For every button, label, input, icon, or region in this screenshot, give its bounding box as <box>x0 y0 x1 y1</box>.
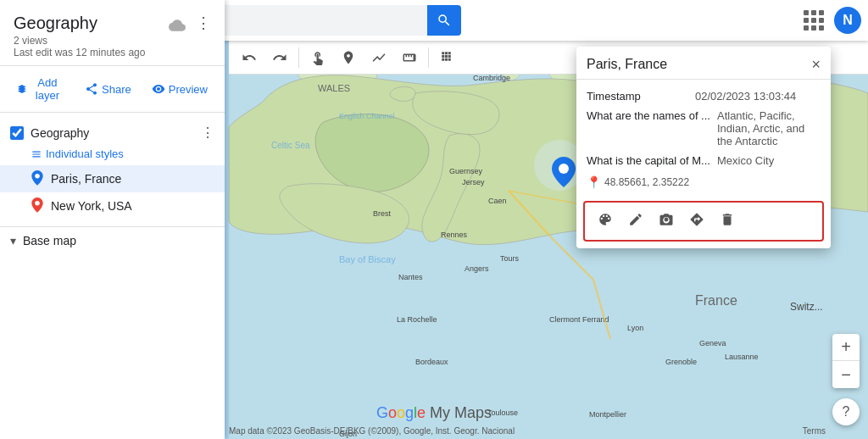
sidebar-title: Geography <box>14 14 145 33</box>
add-layer-label: Add layer <box>31 76 64 102</box>
svg-text:Lausanne: Lausanne <box>725 353 759 361</box>
sidebar: Geography 2 views Last edit was 12 minut… <box>0 0 225 439</box>
svg-text:Rennes: Rennes <box>441 231 468 239</box>
layers-section: Geography ⋮ Individual styles Paris, Fra… <box>0 113 225 226</box>
expand-icon: ▾ <box>10 234 16 247</box>
popup-delete-button[interactable] <box>714 206 741 233</box>
svg-text:WALES: WALES <box>318 83 350 93</box>
svg-text:Bordeaux: Bordeaux <box>415 358 448 366</box>
svg-text:Cambridge: Cambridge <box>473 74 510 82</box>
marker-button[interactable] <box>335 44 362 71</box>
layer-checkbox[interactable] <box>10 126 24 140</box>
popup-style-button[interactable] <box>592 206 619 233</box>
svg-text:Grenoble: Grenoble <box>665 358 697 366</box>
svg-text:Jersey: Jersey <box>462 178 485 186</box>
popup-label-timestamp: Timestamp <box>587 90 688 103</box>
location-item-paris[interactable]: Paris, France <box>0 165 225 192</box>
popup-header: Paris, France × <box>576 47 831 80</box>
popup-directions-button[interactable] <box>683 206 710 233</box>
grid-button[interactable] <box>434 44 461 71</box>
svg-text:France: France <box>695 293 737 308</box>
popup-label-capital: What is the capital of M... <box>587 154 710 167</box>
popup-value-capital: Mexico City <box>717 154 774 167</box>
svg-text:Angers: Angers <box>465 264 489 273</box>
popup-coordinates: 48.85661, 2.35222 <box>604 176 689 188</box>
map-data-attribution: Map data ©2023 GeoBasis-DE/BKG (©2009), … <box>229 426 515 436</box>
svg-text:Montpellier: Montpellier <box>589 410 626 419</box>
hand-tool-button[interactable] <box>304 44 331 71</box>
location-paris-name: Paris, France <box>51 172 121 186</box>
popup-coords: 📍 48.85661, 2.35222 <box>587 170 821 194</box>
svg-text:Toulouse: Toulouse <box>487 408 518 417</box>
location-item-newyork[interactable]: New York, USA <box>0 192 225 220</box>
svg-text:Guernsey: Guernsey <box>449 167 483 175</box>
svg-text:Bay of Biscay: Bay of Biscay <box>339 254 396 264</box>
svg-text:La Rochelle: La Rochelle <box>397 315 437 324</box>
svg-text:English Channel: English Channel <box>339 112 395 120</box>
base-map-header[interactable]: ▾ Base map <box>10 234 214 247</box>
zoom-controls: + − <box>832 334 860 388</box>
terms-link[interactable]: Terms <box>803 426 826 436</box>
preview-button[interactable]: Preview <box>145 79 214 99</box>
popup-edit-button[interactable] <box>622 206 649 233</box>
svg-point-44 <box>35 174 40 179</box>
location-newyork-name: New York, USA <box>51 199 132 213</box>
separator-2 <box>428 47 429 68</box>
svg-text:Lyon: Lyon <box>627 324 643 332</box>
share-label: Share <box>102 83 131 96</box>
svg-point-45 <box>35 201 40 206</box>
layer-header: Geography ⋮ <box>0 119 225 146</box>
redo-button[interactable] <box>266 44 293 71</box>
undo-button[interactable] <box>236 44 263 71</box>
popup-content: Timestamp 02/02/2023 13:03:44 What are t… <box>576 80 831 201</box>
popup-close-button[interactable]: × <box>811 57 821 72</box>
popup-value-oceans: Atlantic, Pacific, Indian, Arctic, and t… <box>717 109 821 147</box>
svg-text:Celtic Sea: Celtic Sea <box>271 141 310 150</box>
sidebar-views: 2 views <box>14 35 47 47</box>
paris-pin[interactable] <box>552 157 576 193</box>
zoom-out-button[interactable]: − <box>832 361 860 388</box>
add-layer-button[interactable]: Add layer <box>10 73 71 105</box>
base-map-label: Base map <box>23 234 76 247</box>
popup-label-oceans: What are the names of ... <box>587 109 710 147</box>
info-popup: Paris, France × Timestamp 02/02/2023 13:… <box>576 47 831 248</box>
popup-title: Paris, France <box>587 57 667 72</box>
help-button[interactable]: ? <box>832 398 860 425</box>
sidebar-actions: Add layer Share Preview <box>0 66 225 113</box>
layer-more-button[interactable]: ⋮ <box>201 125 214 141</box>
preview-label: Preview <box>169 83 208 96</box>
popup-actions <box>583 201 824 242</box>
popup-value-timestamp: 02/02/2023 13:03:44 <box>695 90 796 103</box>
svg-text:Geneva: Geneva <box>699 339 726 347</box>
base-map-section[interactable]: ▾ Base map <box>0 226 225 254</box>
layer-name: Geography <box>31 126 194 140</box>
svg-text:Tours: Tours <box>500 254 520 263</box>
coords-pin-icon: 📍 <box>587 175 601 189</box>
avatar[interactable]: N <box>834 7 861 34</box>
search-button[interactable] <box>427 5 461 36</box>
popup-row-timestamp: Timestamp 02/02/2023 13:03:44 <box>587 86 821 106</box>
svg-text:Brest: Brest <box>373 209 392 218</box>
sidebar-meta: 2 views Last edit was 12 minutes ago <box>14 35 145 58</box>
popup-row-capital: What is the capital of M... Mexico City <box>587 151 821 170</box>
cloud-save-button[interactable] <box>165 14 189 41</box>
svg-text:Switz...: Switz... <box>790 301 823 313</box>
separator-1 <box>298 47 299 68</box>
svg-text:Nantes: Nantes <box>398 273 423 281</box>
measure-button[interactable] <box>396 44 423 71</box>
individual-styles-link[interactable]: Individual styles <box>0 146 225 165</box>
sidebar-more-button[interactable]: ⋮ <box>192 14 214 32</box>
svg-point-43 <box>559 164 569 174</box>
sidebar-last-edit: Last edit was 12 minutes ago <box>14 47 145 58</box>
line-button[interactable] <box>365 44 392 71</box>
sidebar-header: Geography 2 views Last edit was 12 minut… <box>0 0 225 66</box>
svg-text:Caen: Caen <box>488 197 507 205</box>
share-button[interactable]: Share <box>78 79 138 99</box>
svg-text:Clermont Ferrand: Clermont Ferrand <box>549 315 609 324</box>
apps-icon[interactable] <box>802 8 826 32</box>
zoom-in-button[interactable]: + <box>832 334 860 361</box>
popup-photo-button[interactable] <box>653 206 680 233</box>
popup-row-oceans: What are the names of ... Atlantic, Paci… <box>587 106 821 151</box>
